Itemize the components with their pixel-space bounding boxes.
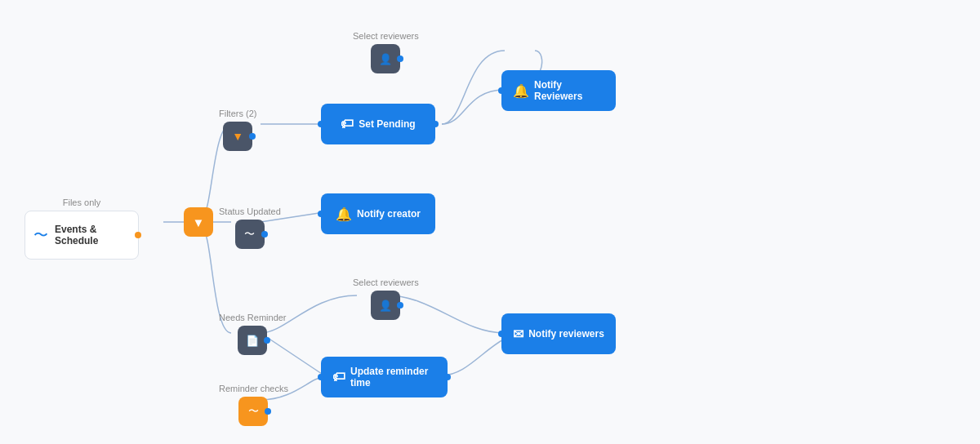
reminder-checks-box[interactable]: 〜 [238,397,268,426]
notify-creator-left-dot [318,211,324,217]
set-pending-box[interactable]: 🏷 Set Pending [321,104,435,144]
person-icon-top: 👤 [379,53,392,65]
person-icon-bottom: 👤 [379,300,392,312]
events-schedule-right-dot [135,232,141,238]
filters-node[interactable]: Filters (2) ▼ [219,109,256,151]
notify-reviewers-top-text: Notify Reviewers [534,79,604,102]
filters-label: Filters (2) [219,109,256,118]
events-schedule-node[interactable]: Files only 〜 Events & Schedule [24,198,139,260]
select-reviewers-bottom-label: Select reviewers [353,278,419,287]
filters-box[interactable]: ▼ [223,122,252,151]
set-pending-node[interactable]: 🏷 Set Pending [321,104,435,144]
update-reminder-left-dot [318,374,324,380]
status-updated-right-dot [261,231,268,238]
select-reviewers-top-box[interactable]: 👤 [371,44,400,73]
select-reviewers-bottom-box[interactable]: 👤 [371,291,400,320]
update-reminder-node[interactable]: 🏷 Update reminder time [321,357,448,397]
notify-reviewers-top-left-dot [498,87,505,94]
set-pending-right-dot [432,121,439,127]
needs-reminder-right-dot [264,337,270,344]
events-schedule-text: Events & Schedule [55,224,130,246]
select-reviewers-top-node[interactable]: Select reviewers 👤 [353,31,419,73]
tag-icon-reminder: 🏷 [332,370,345,384]
mail-icon: ✉ [513,326,523,342]
tag-icon-top: 🏷 [341,117,354,131]
wave-icon-2: 〜 [248,404,259,419]
update-reminder-right-dot [444,374,451,380]
orange-filter-box[interactable]: ▼ [184,207,213,237]
events-schedule-box[interactable]: 〜 Events & Schedule [24,211,139,260]
reminder-checks-right-dot [265,408,271,415]
needs-reminder-label: Needs Reminder [219,313,287,322]
select-reviewers-bottom-right-dot [397,302,403,309]
select-reviewers-top-label: Select reviewers [353,31,419,41]
status-updated-node[interactable]: Status Updated 〜 [219,206,281,249]
wave-icon: 〜 [244,227,255,242]
file-icon: 📄 [246,335,259,347]
select-reviewers-top-right-dot [397,56,403,62]
reminder-checks-label: Reminder checks [219,384,288,393]
notify-creator-text: Notify creator [357,208,421,220]
update-reminder-box[interactable]: 🏷 Update reminder time [321,357,448,397]
bell-icon-creator: 🔔 [336,206,352,222]
notify-reviewers-bottom-left-dot [498,331,505,337]
filter-icon: ▼ [193,215,205,229]
notify-reviewers-top-node[interactable]: 🔔 Notify Reviewers [501,70,616,111]
bell-icon-top: 🔔 [513,83,529,99]
notify-creator-node[interactable]: 🔔 Notify creator [321,193,435,234]
filter-icon-2: ▼ [232,130,243,143]
select-reviewers-bottom-node[interactable]: Select reviewers 👤 [353,278,419,320]
events-schedule-label: Files only [63,198,100,207]
notify-reviewers-bottom-text: Notify reviewers [528,328,604,340]
notify-reviewers-top-box[interactable]: 🔔 Notify Reviewers [501,70,616,111]
orange-filter-node[interactable]: ▼ [184,207,213,237]
filters-right-dot [249,133,256,140]
status-updated-label: Status Updated [219,206,281,216]
needs-reminder-node[interactable]: Needs Reminder 📄 [219,313,287,355]
needs-reminder-box[interactable]: 📄 [238,326,267,355]
status-updated-box[interactable]: 〜 [235,220,265,249]
pulse-icon: 〜 [33,225,48,245]
update-reminder-text: Update reminder time [350,366,436,388]
set-pending-text: Set Pending [359,118,415,130]
notify-creator-box[interactable]: 🔔 Notify creator [321,193,435,234]
reminder-checks-node[interactable]: Reminder checks 〜 [219,384,288,426]
notify-reviewers-bottom-node[interactable]: ✉ Notify reviewers [501,313,616,354]
notify-reviewers-bottom-box[interactable]: ✉ Notify reviewers [501,313,616,354]
set-pending-left-dot [318,121,324,127]
